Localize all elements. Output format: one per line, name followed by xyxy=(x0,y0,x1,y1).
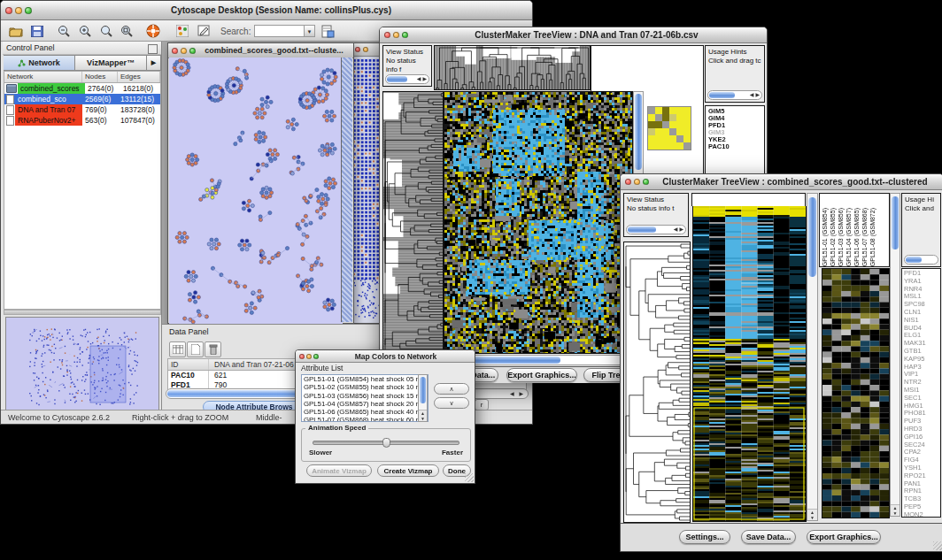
zoom-button[interactable] xyxy=(25,7,32,14)
vizmapper-icon[interactable] xyxy=(174,23,190,39)
close-button[interactable] xyxy=(355,47,360,52)
help-lifesaver-icon[interactable] xyxy=(145,23,161,39)
column-label[interactable]: GPL51-07 (GSM868) xyxy=(861,208,868,266)
column-label[interactable]: GPL51-04 (GSM857) xyxy=(845,208,852,266)
summary-heatmap[interactable] xyxy=(647,106,691,150)
dense-network-canvas[interactable] xyxy=(352,57,382,323)
treeview-combined-title-bar[interactable]: ClusterMaker TreeView : combined_scores_… xyxy=(621,174,942,190)
column-label[interactable]: GPL51-01 (GSM854) xyxy=(822,208,828,266)
attribute-list-item[interactable]: GPL51-07 (GSM868) heat shock 60 min xyxy=(304,416,428,422)
cytoscape-title-bar[interactable]: Cytoscape Desktop (Session Name: collins… xyxy=(1,1,532,20)
heatmap-vscrollbar[interactable]: ▲▼ xyxy=(807,193,818,521)
usage-hints-panel: Usage Hi Click and xyxy=(901,193,941,267)
network-name: combined_sco xyxy=(15,94,82,104)
attribute-list-scrollbar[interactable]: ▲▼ xyxy=(418,374,428,422)
attribute-select-icon[interactable] xyxy=(169,341,186,357)
network-view-title-bar[interactable]: combined_scores_good.txt--cluste... xyxy=(168,43,353,58)
attribute-list-item[interactable]: GPL51-03 (GSM856) heat shock 15 min xyxy=(304,392,428,400)
network-table-row[interactable]: RNAPuberNov2+ 563(0) 107847(0) xyxy=(4,115,160,126)
treeview-dna-title-bar[interactable]: ClusterMaker TreeView : DNA and Tran 07-… xyxy=(380,27,767,43)
speed-slider-thumb[interactable] xyxy=(382,438,390,448)
attribute-list-item[interactable]: GPL51-04 (GSM857) heat shock 20 min xyxy=(304,400,428,408)
column-header-edges[interactable]: Edges xyxy=(118,72,160,82)
network-table-row[interactable]: DNA and Tran 07 769(0) 183728(0) xyxy=(4,104,160,115)
usage-hints-scrollbar[interactable] xyxy=(904,255,938,265)
attribute-list-item[interactable]: GPL51-06 (GSM865) heat shock 40 min xyxy=(304,408,428,416)
tab-network[interactable]: Network xyxy=(4,55,75,71)
search-dropdown-arrow[interactable]: ▼ xyxy=(304,25,315,37)
move-up-button[interactable]: ∧ xyxy=(434,383,469,395)
speed-slider[interactable] xyxy=(313,441,459,445)
zoom-button[interactable] xyxy=(189,48,196,54)
column-label[interactable]: GPL51-03 (GSM856) xyxy=(838,208,844,266)
annotation-icon[interactable] xyxy=(196,23,212,39)
resize-grip[interactable] xyxy=(933,541,942,550)
column-label[interactable]: GPL51-02 (GSM855) xyxy=(830,208,836,266)
zoom-in-icon[interactable] xyxy=(77,23,93,39)
new-attribute-icon[interactable] xyxy=(187,341,204,357)
animate-vizmap-button[interactable]: Animate Vizmap xyxy=(306,464,372,477)
move-down-button[interactable]: ∨ xyxy=(434,397,469,409)
usage-hints-scrollbar[interactable]: ◀▶ xyxy=(707,90,762,100)
minimize-button[interactable] xyxy=(181,48,187,54)
network-table-row[interactable]: combined_scores 2764(0) 16218(0) xyxy=(4,83,160,94)
column-header-nodes[interactable]: Nodes xyxy=(82,72,118,82)
delete-attribute-icon[interactable] xyxy=(205,341,221,357)
view-status-text: No status info t xyxy=(627,204,685,213)
import-table-icon[interactable] xyxy=(320,23,336,39)
birdseye-view-canvas[interactable] xyxy=(5,317,159,410)
minimize-button[interactable] xyxy=(306,354,312,359)
network-view-scrollbar[interactable] xyxy=(341,58,352,322)
minimize-button[interactable] xyxy=(15,7,22,14)
save-data-button[interactable]: Save Data... xyxy=(741,530,796,544)
close-button[interactable] xyxy=(5,7,12,14)
attribute-list-item[interactable]: GPL51-01 (GSM854) heat shock 05 min xyxy=(304,375,428,383)
column-dendrogram-canvas[interactable] xyxy=(434,45,591,90)
zoom-button[interactable] xyxy=(402,32,408,38)
close-button[interactable] xyxy=(172,48,178,54)
resize-grip[interactable] xyxy=(465,473,474,482)
close-button[interactable] xyxy=(384,32,390,38)
export-graphics-button[interactable]: Export Graphics... xyxy=(506,368,577,382)
minimize-button[interactable] xyxy=(634,179,640,185)
dialog-title-bar[interactable]: Map Colors to Network xyxy=(296,350,475,363)
create-vizmap-button[interactable]: Create Vizmap xyxy=(377,464,439,477)
main-heatmap-canvas[interactable] xyxy=(444,91,633,354)
zoom-fit-icon[interactable] xyxy=(119,23,135,39)
save-icon[interactable] xyxy=(29,23,45,39)
float-panel-icon[interactable] xyxy=(148,44,158,54)
zoom-heatmap-canvas[interactable] xyxy=(822,268,890,518)
export-graphics-button[interactable]: Export Graphics... xyxy=(807,530,881,544)
row-dendrogram-canvas[interactable] xyxy=(623,242,691,523)
main-heatmap-canvas[interactable] xyxy=(692,206,807,522)
row-label[interactable]: PAC10 xyxy=(708,143,761,150)
minimize-button[interactable] xyxy=(393,32,399,38)
view-status-scrollbar[interactable]: ◀▶ xyxy=(626,225,686,234)
view-status-scrollbar[interactable]: ◀▶ xyxy=(385,74,429,84)
settings-button[interactable]: Settings... xyxy=(679,530,730,544)
row-dendrogram-canvas[interactable] xyxy=(382,91,444,354)
zoom-selected-icon[interactable] xyxy=(98,23,114,39)
column-header-id[interactable]: ID xyxy=(168,359,209,370)
attribute-list-item[interactable]: GPL51-02 (GSM855) heat shock 10 min xyxy=(304,383,428,391)
search-input[interactable] xyxy=(254,25,305,37)
open-icon[interactable] xyxy=(8,23,24,39)
minimize-button[interactable] xyxy=(363,47,368,52)
tab-vizmapper[interactable]: VizMapper™ xyxy=(75,55,147,71)
column-label[interactable]: GPL51-06 (GSM865) xyxy=(853,208,860,266)
gene-label[interactable]: MON2 xyxy=(904,511,938,518)
network-table-row[interactable]: combined_sco 2569(6) 13112(15) xyxy=(4,94,160,104)
scrollbar-arrows[interactable]: ◀ ▶ xyxy=(510,390,525,396)
column-header-network[interactable]: Network xyxy=(4,72,82,82)
zoom-out-icon[interactable] xyxy=(56,23,72,39)
network-row-icon xyxy=(6,116,14,126)
zoom-button[interactable] xyxy=(313,354,319,359)
panel-splitter[interactable] xyxy=(4,310,161,315)
network-graph-canvas[interactable] xyxy=(169,58,343,324)
zoom-vscrollbar[interactable]: ▲▼ xyxy=(890,193,900,517)
column-label[interactable]: GPL51-08 (GSM872) xyxy=(869,208,876,266)
close-button[interactable] xyxy=(625,179,631,185)
zoom-button[interactable] xyxy=(643,179,649,185)
close-button[interactable] xyxy=(299,354,305,359)
tab-overflow-arrow[interactable]: ▶ xyxy=(147,55,161,71)
